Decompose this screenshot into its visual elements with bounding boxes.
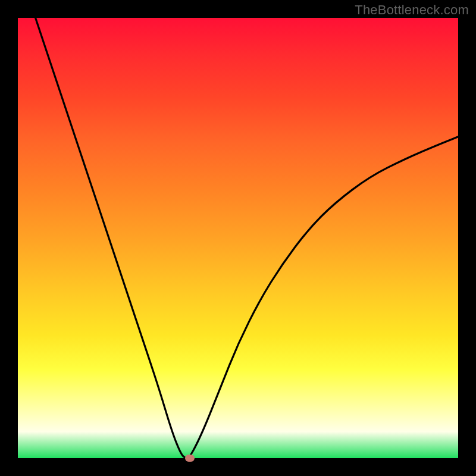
minimum-marker xyxy=(185,455,195,462)
plot-area xyxy=(18,18,458,458)
watermark-text: TheBottleneck.com xyxy=(355,2,469,18)
curve-svg xyxy=(18,18,458,458)
chart-frame: TheBottleneck.com xyxy=(0,0,476,476)
bottleneck-curve-path xyxy=(36,18,458,458)
